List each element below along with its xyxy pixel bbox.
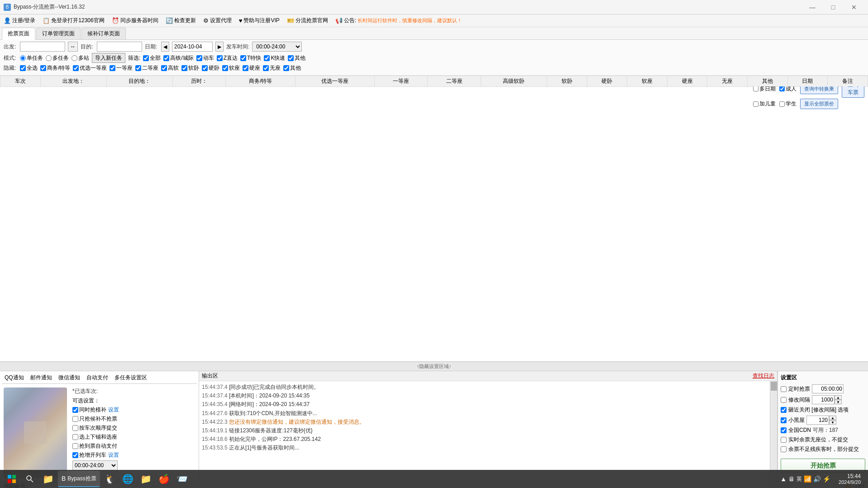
auto-pay-label[interactable]: 抢到票自动支付 (72, 442, 117, 450)
h-hardseat-checkbox[interactable] (243, 65, 248, 71)
menu-setproxy[interactable]: ⚙ 设置代理 (201, 16, 234, 25)
mode-multisite-radio[interactable] (72, 55, 77, 61)
time-range-select[interactable]: 00:00-24:00 (72, 460, 118, 470)
taskbar-file-explorer[interactable]: 📁 (40, 471, 56, 487)
filter-zdirect-checkbox[interactable] (217, 55, 223, 61)
car-order-checkbox[interactable] (72, 425, 78, 431)
tab-qq-notify[interactable]: QQ通知 (2, 373, 27, 383)
student-check-label[interactable]: 学生 (779, 100, 796, 108)
import-task-button[interactable]: 导入新任务 (92, 53, 125, 63)
filter-kfast-label[interactable]: K快速 (264, 54, 285, 62)
tab-auto-pay[interactable]: 自动支付 (84, 373, 111, 383)
extra-train-checkbox[interactable] (72, 452, 78, 458)
menu-login[interactable]: 👤 注册/登录 (2, 16, 37, 25)
filter-all-label[interactable]: 全部 (143, 54, 161, 62)
tray-expand-icon[interactable]: ▲ (780, 475, 787, 483)
h-highsoft-label[interactable]: 高软 (161, 64, 179, 72)
date-prev-button[interactable]: ◀ (161, 42, 169, 52)
select-lower-checkbox[interactable] (72, 434, 78, 440)
tab-order-manage[interactable]: 订单管理页面 (36, 28, 81, 39)
start-button[interactable] (4, 471, 20, 487)
sync-grab-settings-btn[interactable]: 设置 (108, 406, 119, 414)
from-input[interactable] (20, 42, 65, 52)
tray-monitor-icon[interactable]: 🖥 (788, 475, 795, 483)
mode-multi-radio[interactable] (46, 55, 52, 61)
h-hardslp-checkbox[interactable] (202, 65, 208, 71)
filter-other-checkbox[interactable] (288, 55, 294, 61)
mode-single-radio[interactable] (20, 55, 26, 61)
menu-open12306[interactable]: 📋 免登录打开12306官网 (41, 16, 106, 25)
child-checkbox[interactable] (753, 101, 758, 107)
blacklist-checkbox[interactable] (781, 417, 787, 423)
h-other-checkbox[interactable] (283, 65, 289, 71)
student-checkbox[interactable] (779, 101, 785, 107)
show-all-price-button[interactable]: 显示全部票价 (800, 99, 838, 109)
modify-interval-checkbox[interactable] (781, 397, 787, 403)
filter-tfast-checkbox[interactable] (240, 55, 246, 61)
h-other-label[interactable]: 其他 (283, 64, 301, 72)
h-hardseat-label[interactable]: 硬座 (243, 64, 260, 72)
h-noseat-checkbox[interactable] (263, 65, 269, 71)
tab-wechat-notify[interactable]: 微信通知 (56, 373, 83, 383)
h-softseat-label[interactable]: 软座 (222, 64, 240, 72)
filter-kfast-checkbox[interactable] (264, 55, 270, 61)
realtime-noseat-checkbox[interactable] (781, 437, 787, 443)
sync-grab-checkbox[interactable] (72, 407, 78, 413)
taskbar-mail[interactable]: 📨 (174, 471, 191, 487)
filter-motor-label[interactable]: 动车 (196, 54, 214, 62)
tab-grab-ticket[interactable]: 抢票页面 (2, 28, 35, 40)
sync-grab-label[interactable]: 同时抢模补 (72, 406, 106, 414)
filter-motor-checkbox[interactable] (196, 55, 202, 61)
filter-other-label[interactable]: 其他 (288, 54, 305, 62)
time-select[interactable]: 00:00-24:00 (252, 42, 302, 52)
taskbar-active-app[interactable]: B Bypass抢票 (58, 471, 100, 487)
close-button[interactable]: ✕ (844, 0, 864, 14)
national-cdn-checkbox[interactable] (781, 427, 787, 433)
h-first-checkbox[interactable] (73, 65, 79, 71)
h-all-label[interactable]: 全选 (20, 64, 38, 72)
h-softslp-label[interactable]: 软卧 (181, 64, 199, 72)
taskbar-search[interactable] (22, 471, 38, 487)
minimize-button[interactable]: — (802, 0, 823, 14)
extra-train-settings-btn[interactable]: 设置 (108, 451, 119, 459)
menu-synctime[interactable]: ⏰ 同步服务器时间 (110, 16, 160, 25)
filter-highspeed-label[interactable]: 高铁/城际 (163, 54, 193, 62)
h-all-checkbox[interactable] (20, 65, 26, 71)
blacklist-up-btn[interactable]: ▲ (829, 416, 836, 420)
maximize-button[interactable]: □ (823, 0, 844, 14)
taskbar-edge[interactable]: 🌐 (120, 471, 136, 487)
taskbar-qq[interactable]: 🐧 (102, 471, 118, 487)
h-business-label[interactable]: 商务/特等 (40, 64, 70, 72)
tray-volume-icon[interactable]: 🔊 (813, 475, 821, 483)
filter-zdirect-label[interactable]: Z直达 (217, 54, 238, 62)
tray-wifi-icon[interactable]: 📶 (804, 475, 811, 483)
h-highsoft-checkbox[interactable] (161, 65, 167, 71)
blacklist-down-btn[interactable]: ▼ (829, 420, 836, 425)
mode-multisite-label[interactable]: 多站 (72, 54, 89, 62)
hidden-settings-divider[interactable]: ↑隐藏设置区域↑ (0, 362, 868, 371)
filter-highspeed-checkbox[interactable] (163, 55, 169, 61)
h-second-label[interactable]: 二等座 (135, 64, 158, 72)
only-comp-checkbox[interactable] (72, 416, 78, 422)
extra-train-label[interactable]: 抢增开列车 (72, 451, 106, 459)
adult-checkbox[interactable] (779, 86, 785, 91)
blacklist-input[interactable] (806, 416, 829, 425)
h-firstclass-label[interactable]: 一等座 (110, 64, 133, 72)
timed-grab-time-input[interactable] (812, 384, 844, 393)
taskbar-clock[interactable]: 15:44 2024/9/20 (835, 472, 864, 486)
h-first-label[interactable]: 优选一等座 (73, 64, 107, 72)
select-lower-label[interactable]: 选上下铺和选座 (72, 433, 117, 441)
car-order-label[interactable]: 按车次顺序提交 (72, 424, 117, 432)
tray-ime-icon[interactable]: 英 (796, 475, 802, 483)
h-business-checkbox[interactable] (40, 65, 46, 71)
h-firstclass-checkbox[interactable] (110, 65, 115, 71)
output-scrollbar[interactable] (770, 381, 777, 482)
menu-official[interactable]: 🎫 分流抢票官网 (285, 16, 330, 25)
taskbar-folder[interactable]: 📁 (138, 471, 154, 487)
tab-multitask-settings[interactable]: 多任务设置区 (112, 373, 150, 383)
tray-battery-icon[interactable]: ⚡ (823, 475, 830, 483)
mode-multi-label[interactable]: 多任务 (46, 54, 69, 62)
find-log-button[interactable]: 查找日志 (753, 372, 774, 380)
modify-interval-input[interactable] (812, 395, 835, 404)
h-second-checkbox[interactable] (135, 65, 141, 71)
